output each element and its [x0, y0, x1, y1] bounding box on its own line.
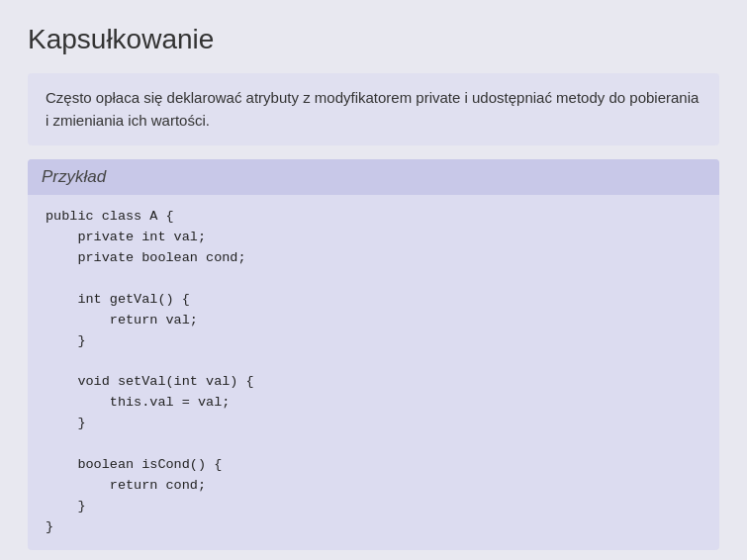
code-block: public class A { private int val; privat… [28, 195, 719, 550]
slide-title: Kapsułkowanie [28, 24, 719, 55]
slide-container: Kapsułkowanie Często opłaca się deklarow… [0, 0, 747, 560]
info-box: Często opłaca się deklarować atrybuty z … [28, 73, 719, 145]
example-title: Przykład [42, 167, 106, 186]
info-text: Często opłaca się deklarować atrybuty z … [46, 87, 701, 132]
example-header: Przykład [28, 159, 719, 195]
title-section: Kapsułkowanie [28, 24, 719, 59]
example-section: Przykład public class A { private int va… [28, 159, 719, 550]
